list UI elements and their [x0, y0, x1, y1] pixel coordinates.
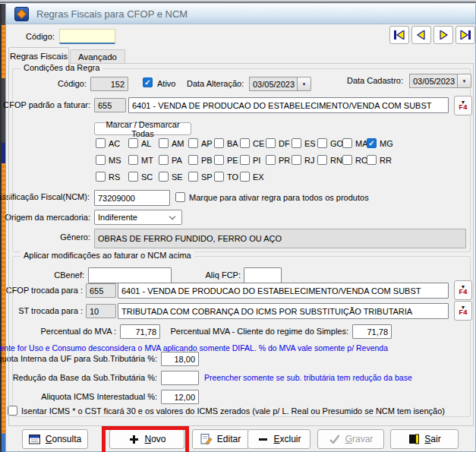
header-codigo-input[interactable]: [59, 29, 115, 44]
tab-label: Regras Fiscais: [10, 52, 68, 61]
tab-avancado[interactable]: Avançado: [70, 49, 125, 63]
nav-first-icon: [393, 30, 405, 40]
consulta-button-label: Consulta: [46, 434, 81, 444]
button-bar: ConsultaNovoEditarExcluirGravarSair: [6, 429, 476, 449]
window-title: Regras Fiscais para CFOP e NCM: [36, 8, 188, 20]
nav-last-icon: [459, 30, 471, 40]
sair-button-label: Sair: [424, 434, 440, 444]
plus-icon: [128, 434, 140, 444]
door-icon: [408, 434, 420, 444]
excluir-button[interactable]: Excluir: [247, 429, 311, 449]
check-icon: [329, 434, 341, 444]
gravar-button-label: Gravar: [345, 434, 374, 444]
nav-last-button[interactable]: [456, 26, 475, 44]
novo-button[interactable]: Novo: [109, 429, 184, 449]
background-window-edge-left: [0, 4, 5, 452]
editar-button-label: Editar: [217, 434, 241, 444]
window-icon: [29, 434, 41, 444]
titlebar[interactable]: Regras Fiscais para CFOP e NCM: [6, 4, 475, 24]
tab-regras-fiscais[interactable]: Regras Fiscais: [8, 47, 69, 64]
nav-first-button[interactable]: [389, 26, 409, 44]
tab-label: Avançado: [78, 52, 117, 62]
excluir-button-label: Excluir: [273, 434, 301, 444]
editar-button[interactable]: Editar: [192, 429, 249, 449]
gravar-button[interactable]: Gravar: [317, 429, 384, 449]
regras-fiscais-dialog: Regras Fiscais para CFOP e NCM Código: R…: [5, 4, 476, 452]
consulta-button[interactable]: Consulta: [22, 429, 88, 449]
edit-icon: [200, 434, 213, 444]
nav-previous-icon: [415, 30, 427, 40]
sair-button[interactable]: Sair: [390, 429, 459, 449]
novo-button-label: Novo: [144, 434, 165, 444]
header-codigo-label: Código:: [26, 32, 55, 41]
minus-icon: [257, 434, 269, 444]
nav-previous-button[interactable]: [411, 26, 431, 44]
app-diamond-icon: [14, 7, 29, 21]
tab-page: [8, 63, 474, 426]
nav-next-button[interactable]: [433, 26, 453, 44]
nav-next-icon: [437, 30, 449, 40]
